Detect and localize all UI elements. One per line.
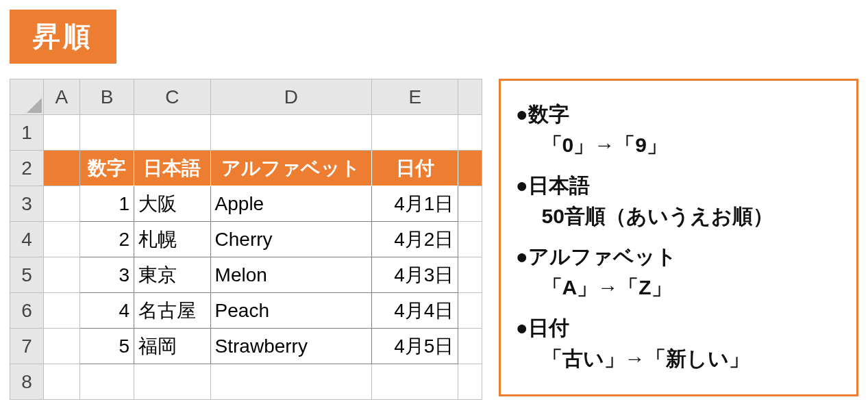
rule-number-title: ●数字 (516, 103, 569, 125)
cell-A2[interactable] (43, 151, 79, 186)
cell-A4[interactable] (43, 222, 79, 257)
spreadsheet: A B C D E 1 2 数字 日本語 アルファベット 日付 3 (10, 79, 482, 400)
cell-B4[interactable]: 2 (79, 222, 134, 257)
cell-A7[interactable] (43, 329, 79, 364)
cell-B8[interactable] (79, 364, 134, 400)
rule-japanese-body: 50音順（あいうえお順） (516, 201, 841, 231)
col-header-D[interactable]: D (210, 79, 372, 115)
cell-F5[interactable] (458, 257, 482, 293)
table-header-number[interactable]: 数字 (79, 151, 134, 186)
row-header-6[interactable]: 6 (10, 293, 44, 329)
cell-A1[interactable] (43, 115, 79, 151)
cell-E4[interactable]: 4月2日 (372, 222, 458, 257)
cell-C7[interactable]: 福岡 (134, 329, 210, 364)
rule-japanese-title: ●日本語 (516, 174, 590, 196)
cell-C6[interactable]: 名古屋 (134, 293, 210, 329)
row-header-1[interactable]: 1 (10, 115, 44, 151)
content-row: A B C D E 1 2 数字 日本語 アルファベット 日付 3 (10, 79, 858, 400)
rule-alphabet-title: ●アルファベット (516, 245, 677, 268)
rule-date-body: 「古い」→「新しい」 (516, 343, 841, 374)
cell-D4[interactable]: Cherry (210, 222, 372, 257)
cell-F6[interactable] (458, 293, 482, 329)
col-header-E[interactable]: E (372, 79, 458, 115)
cell-D7[interactable]: Strawberry (210, 329, 372, 364)
cell-B5[interactable]: 3 (79, 257, 134, 293)
cell-A6[interactable] (43, 293, 79, 329)
rule-alphabet: ●アルファベット 「A」→「Z」 (516, 241, 841, 303)
rule-japanese: ●日本語 50音順（あいうえお順） (516, 170, 841, 231)
cell-C5[interactable]: 東京 (134, 257, 210, 293)
row-header-5[interactable]: 5 (10, 257, 44, 293)
table-header-date[interactable]: 日付 (372, 151, 458, 186)
title-badge: 昇順 (10, 10, 116, 64)
cell-B3[interactable]: 1 (79, 186, 134, 222)
cell-C3[interactable]: 大阪 (134, 186, 210, 222)
cell-F2[interactable] (458, 151, 482, 186)
row-3: 3 1 大阪 Apple 4月1日 (10, 186, 482, 222)
cell-E6[interactable]: 4月4日 (372, 293, 458, 329)
cell-C1[interactable] (134, 115, 210, 151)
column-header-row: A B C D E (10, 79, 482, 115)
cell-E3[interactable]: 4月1日 (372, 186, 458, 222)
select-all-corner[interactable] (10, 79, 44, 115)
cell-B6[interactable]: 4 (79, 293, 134, 329)
row-header-7[interactable]: 7 (10, 329, 44, 364)
cell-F4[interactable] (458, 222, 482, 257)
cell-A3[interactable] (43, 186, 79, 222)
cell-B1[interactable] (79, 115, 134, 151)
table-header-japanese[interactable]: 日本語 (134, 151, 210, 186)
col-header-A[interactable]: A (43, 79, 79, 115)
row-header-3[interactable]: 3 (10, 186, 44, 222)
row-header-4[interactable]: 4 (10, 222, 44, 257)
cell-D5[interactable]: Melon (210, 257, 372, 293)
cell-E5[interactable]: 4月3日 (372, 257, 458, 293)
cell-A5[interactable] (43, 257, 79, 293)
rule-alphabet-body: 「A」→「Z」 (516, 272, 841, 303)
title-text: 昇順 (33, 21, 93, 51)
cell-B7[interactable]: 5 (79, 329, 134, 364)
rules-box: ●数字 「0」→「9」 ●日本語 50音順（あいうえお順） ●アルファベット 「… (499, 79, 858, 396)
rule-date: ●日付 「古い」→「新しい」 (516, 312, 841, 374)
row-1: 1 (10, 115, 482, 151)
select-all-triangle-icon (27, 98, 42, 113)
row-7: 7 5 福岡 Strawberry 4月5日 (10, 329, 482, 364)
cell-E7[interactable]: 4月5日 (372, 329, 458, 364)
row-6: 6 4 名古屋 Peach 4月4日 (10, 293, 482, 329)
rule-number-body: 「0」→「9」 (516, 129, 841, 160)
cell-F3[interactable] (458, 186, 482, 222)
row-5: 5 3 東京 Melon 4月3日 (10, 257, 482, 293)
cell-C4[interactable]: 札幌 (134, 222, 210, 257)
rule-date-title: ●日付 (516, 316, 569, 339)
row-2: 2 数字 日本語 アルファベット 日付 (10, 151, 482, 186)
row-8: 8 (10, 364, 482, 400)
svg-marker-0 (27, 98, 42, 113)
col-header-B[interactable]: B (79, 79, 134, 115)
cell-F8[interactable] (458, 364, 482, 400)
cell-E1[interactable] (372, 115, 458, 151)
col-header-extra[interactable] (458, 79, 482, 115)
row-4: 4 2 札幌 Cherry 4月2日 (10, 222, 482, 257)
row-header-8[interactable]: 8 (10, 364, 44, 400)
cell-D6[interactable]: Peach (210, 293, 372, 329)
cell-F7[interactable] (458, 329, 482, 364)
cell-A8[interactable] (43, 364, 79, 400)
cell-C8[interactable] (134, 364, 210, 400)
col-header-C[interactable]: C (134, 79, 210, 115)
cell-D3[interactable]: Apple (210, 186, 372, 222)
cell-D1[interactable] (210, 115, 372, 151)
cell-D8[interactable] (210, 364, 372, 400)
cell-F1[interactable] (458, 115, 482, 151)
cell-E8[interactable] (372, 364, 458, 400)
row-header-2[interactable]: 2 (10, 151, 44, 186)
rule-number: ●数字 「0」→「9」 (516, 99, 841, 160)
table-header-alphabet[interactable]: アルファベット (210, 151, 372, 186)
